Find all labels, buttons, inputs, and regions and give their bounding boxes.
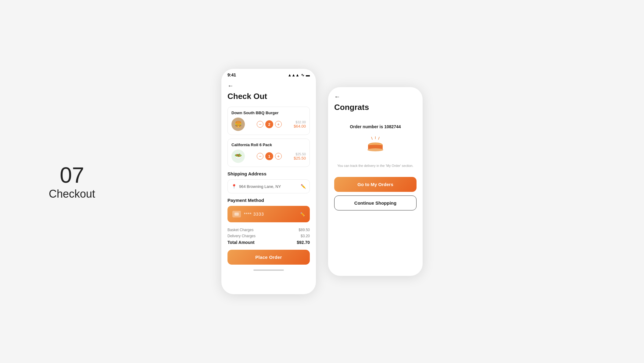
item-2-decrease-btn[interactable]: −	[257, 153, 263, 160]
payment-label: Payment Method	[227, 198, 310, 203]
total-value: $92.70	[297, 240, 310, 245]
svg-line-1	[371, 137, 372, 139]
item-1-qty-badge: 2	[265, 120, 273, 128]
svg-point-6	[367, 148, 383, 151]
delivery-label: Delivery Charges	[227, 234, 256, 238]
address-box[interactable]: 📍 964 Browning Lane, NY ✏️	[227, 179, 310, 193]
total-label: Total Amount	[227, 240, 255, 245]
status-bar: 9:41 ▲▲▲ ∿ ▬	[221, 69, 316, 80]
back-button[interactable]: ←	[221, 80, 316, 92]
wifi-icon: ∿	[301, 73, 304, 77]
item-2-qty-badge: 1	[265, 152, 273, 160]
home-indicator	[253, 270, 284, 271]
item-2-name: California Roll 6 Pack	[231, 143, 306, 147]
go-to-orders-button[interactable]: Go to My Orders	[334, 177, 417, 192]
payment-card[interactable]: **** 3333 ✏️	[227, 206, 310, 222]
basket-charges-row: Basket Charges $89.50	[227, 228, 310, 232]
signal-icon: ▲▲▲	[288, 73, 299, 77]
item-1-image: 🍔	[231, 118, 245, 131]
basket-value: $89.50	[299, 228, 310, 232]
status-icons: ▲▲▲ ∿ ▬	[288, 73, 310, 77]
page-title: Checkout	[49, 188, 95, 200]
card-chip-icon	[232, 211, 241, 217]
order-number: Order number is 1082744	[334, 124, 417, 129]
item-2-unit-price: $25.50	[294, 152, 306, 156]
battery-icon: ▬	[306, 73, 310, 77]
checkout-title: Check Out	[227, 92, 310, 101]
total-row: Total Amount $92.70	[227, 240, 310, 245]
item-1-increase-btn[interactable]: +	[275, 121, 282, 128]
item-1-qty-control: − 2 +	[257, 120, 282, 128]
checkout-content: Check Out Down South BBQ Burger 🍔 − 2 + …	[221, 92, 316, 265]
delivery-charges-row: Delivery Charges $3.20	[227, 234, 310, 238]
address-text: 964 Browning Lane, NY	[239, 184, 281, 189]
svg-rect-0	[234, 213, 239, 216]
cart-item-1: Down South BBQ Burger 🍔 − 2 + $32.00 $64…	[227, 107, 310, 135]
svg-line-3	[378, 137, 379, 139]
pin-icon: 📍	[231, 184, 237, 189]
pie-illustration	[334, 136, 417, 156]
checkout-phone-frame: 9:41 ▲▲▲ ∿ ▬ ← Check Out Down South BBQ …	[221, 69, 316, 294]
page-number: 07	[49, 163, 95, 188]
status-time: 9:41	[227, 72, 236, 77]
item-1-decrease-btn[interactable]: −	[257, 121, 263, 128]
address-edit-icon[interactable]: ✏️	[301, 184, 306, 189]
item-1-unit-price: $32.00	[294, 120, 306, 124]
item-1-total-price: $64.00	[294, 124, 306, 129]
continue-shopping-button[interactable]: Continue Shopping	[334, 196, 417, 210]
track-text: You can track the delivery in the 'My Or…	[334, 163, 417, 168]
card-number: **** 3333	[244, 212, 264, 217]
item-2-image: 🥗	[231, 150, 245, 163]
place-order-button[interactable]: Place Order	[227, 250, 310, 265]
congrats-back-button[interactable]: ←	[334, 93, 417, 103]
item-1-name: Down South BBQ Burger	[231, 111, 306, 115]
item-2-qty-control: − 1 +	[257, 152, 282, 160]
congrats-phone-frame: ← Congrats Order number is 1082744	[328, 87, 423, 276]
basket-label: Basket Charges	[227, 228, 253, 232]
card-edit-icon[interactable]: ✏️	[300, 212, 305, 217]
item-2-increase-btn[interactable]: +	[275, 153, 282, 160]
item-2-total-price: $25.50	[294, 156, 306, 160]
shipping-label: Shipping Address	[227, 171, 310, 176]
congrats-title: Congrats	[334, 103, 417, 112]
congrats-content: Congrats Order number is 1082744	[328, 103, 423, 210]
cart-item-2: California Roll 6 Pack 🥗 − 1 + $25.50 $2…	[227, 139, 310, 167]
delivery-value: $3.20	[301, 234, 310, 238]
